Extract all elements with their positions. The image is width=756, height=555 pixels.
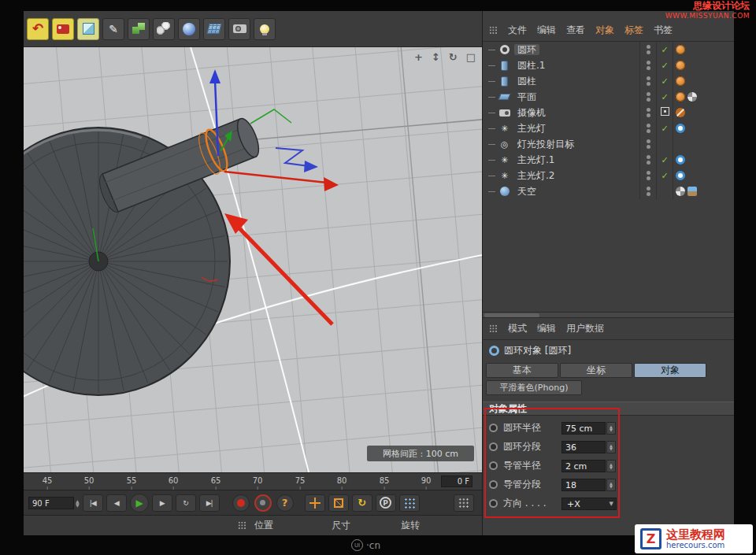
menu-mode[interactable]: 模式 (508, 322, 527, 335)
object-name[interactable]: 圆环 (514, 43, 639, 57)
object-manager-scrollbar[interactable] (483, 312, 734, 318)
keyframe-selection-button[interactable]: ? (276, 494, 294, 512)
visibility-toggles[interactable] (639, 152, 657, 168)
tab-phong[interactable]: 平滑着色(Phong) (486, 380, 582, 395)
metaball-object-icon[interactable] (178, 18, 200, 40)
ring-radius-field[interactable]: 75 cm (561, 422, 606, 435)
stepper[interactable] (606, 422, 616, 435)
object-row-main-light-1[interactable]: 主光灯.1 (483, 152, 734, 168)
render-settings-icon[interactable] (52, 18, 74, 40)
keyframe-radio-icon[interactable] (489, 424, 498, 432)
object-name[interactable]: 主光灯.1 (514, 154, 639, 167)
visibility-toggles[interactable] (639, 89, 657, 105)
enable-check-icon[interactable] (657, 92, 673, 102)
visibility-toggles[interactable] (639, 42, 657, 57)
object-row-main-light[interactable]: 主光灯 (483, 120, 734, 136)
ring-segments-field[interactable]: 36 (561, 441, 606, 453)
object-row-cylinder-1[interactable]: 圆柱.1 (483, 57, 734, 73)
object-name[interactable]: 圆柱.1 (514, 59, 639, 72)
menu-edit[interactable]: 编辑 (537, 322, 556, 335)
enable-check-icon[interactable] (657, 45, 673, 55)
orientation-dropdown[interactable]: +X (561, 498, 617, 510)
object-name[interactable]: 主光灯.2 (514, 169, 639, 183)
enable-check-icon[interactable] (657, 76, 673, 87)
compositing-tag-icon[interactable] (676, 187, 685, 196)
play-forward-button[interactable]: ▶ (152, 494, 172, 512)
visibility-toggles[interactable] (639, 168, 657, 183)
visibility-toggles[interactable] (639, 120, 657, 136)
maximize-view-icon[interactable]: □ (466, 51, 476, 63)
stepper[interactable] (606, 441, 616, 453)
menu-user-data[interactable]: 用户数据 (566, 322, 604, 335)
pan-view-icon[interactable]: + (414, 51, 423, 63)
target-tag-icon[interactable] (676, 171, 685, 180)
object-name[interactable]: 灯光投射目标 (514, 138, 639, 151)
menu-tags[interactable]: 标签 (624, 24, 643, 37)
spline-pen-icon[interactable]: ✎ (102, 18, 124, 40)
object-name[interactable]: 天空 (514, 185, 639, 198)
object-row-camera[interactable]: 摄像机 (483, 105, 734, 120)
phong-tag-icon[interactable] (676, 76, 685, 86)
phong-tag-icon[interactable] (676, 61, 685, 70)
target-tag-icon[interactable] (676, 124, 685, 133)
menu-file[interactable]: 文件 (508, 24, 527, 37)
target-tag-icon[interactable] (676, 155, 685, 165)
light-object-icon[interactable] (254, 18, 276, 40)
stepper[interactable] (606, 479, 616, 491)
record-rotation-toggle[interactable] (352, 494, 372, 512)
keyframe-radio-icon[interactable] (489, 461, 498, 470)
record-scale-toggle[interactable] (328, 494, 349, 512)
viewport-3d[interactable]: 网格间距 : 100 cm + ↕ ↻ □ (24, 47, 482, 472)
goto-end-button[interactable]: ▶| (199, 494, 220, 512)
object-row-torus[interactable]: 圆环 (483, 42, 734, 57)
tab-coordinates[interactable]: 坐标 (560, 363, 632, 378)
play-button[interactable]: ▶ (130, 494, 149, 512)
object-row-cylinder[interactable]: 圆柱 (483, 73, 734, 89)
play-backward-button[interactable]: ◀ (106, 494, 127, 512)
menu-view[interactable]: 查看 (566, 24, 585, 37)
menu-bookmarks[interactable]: 书签 (654, 24, 673, 37)
active-camera-toggle-icon[interactable] (657, 107, 673, 118)
tab-basic[interactable]: 基本 (486, 363, 558, 378)
keyframe-radio-icon[interactable] (489, 499, 498, 508)
cube-primitive-icon[interactable] (77, 18, 99, 40)
plane-object-icon[interactable] (203, 18, 225, 40)
record-parameter-toggle[interactable] (376, 494, 396, 512)
pipe-radius-field[interactable]: 2 cm (561, 460, 606, 472)
menu-objects[interactable]: 对象 (595, 24, 614, 37)
texture-tag-icon[interactable] (687, 187, 697, 196)
array-object-icon[interactable] (128, 18, 150, 40)
object-row-sky[interactable]: 天空 (483, 183, 734, 199)
camera-object-icon[interactable] (228, 18, 250, 40)
enable-check-icon[interactable] (657, 171, 673, 181)
timeline-ruler[interactable]: 45 50 55 60 65 70 75 80 85 90 0 F (24, 472, 482, 490)
visibility-toggles[interactable] (639, 73, 657, 89)
panel-menu-icon[interactable] (489, 324, 498, 333)
phong-tag-icon[interactable] (676, 45, 685, 54)
visibility-toggles[interactable] (639, 136, 657, 152)
object-name[interactable]: 圆柱 (514, 75, 639, 88)
record-pla-toggle[interactable] (399, 494, 420, 512)
protection-tag-icon[interactable] (676, 108, 685, 117)
object-row-plane[interactable]: 平面 (483, 89, 734, 105)
phong-tag-icon[interactable] (676, 92, 685, 102)
cloner-object-icon[interactable] (153, 18, 175, 40)
undo-icon[interactable]: ↶ (27, 18, 49, 40)
object-row-main-light-2[interactable]: 主光灯.2 (483, 168, 734, 183)
compositing-tag-icon[interactable] (687, 92, 697, 102)
record-position-toggle[interactable] (305, 494, 325, 512)
enable-check-icon[interactable] (657, 155, 673, 165)
visibility-toggles[interactable] (639, 105, 657, 120)
rotate-view-icon[interactable]: ↻ (449, 51, 458, 63)
loop-button[interactable]: ↻ (176, 494, 196, 512)
end-frame-field[interactable]: 90 F (28, 497, 74, 509)
object-name[interactable]: 主光灯 (514, 122, 639, 135)
goto-start-button[interactable]: |◀ (83, 494, 103, 512)
keyframe-radio-icon[interactable] (489, 480, 498, 489)
end-frame-stepper[interactable] (76, 499, 80, 507)
keyframe-radio-icon[interactable] (489, 442, 498, 451)
visibility-toggles[interactable] (639, 57, 657, 73)
timeline-layout-button[interactable] (454, 494, 474, 512)
enable-check-icon[interactable] (657, 61, 673, 71)
visibility-toggles[interactable] (639, 183, 657, 199)
